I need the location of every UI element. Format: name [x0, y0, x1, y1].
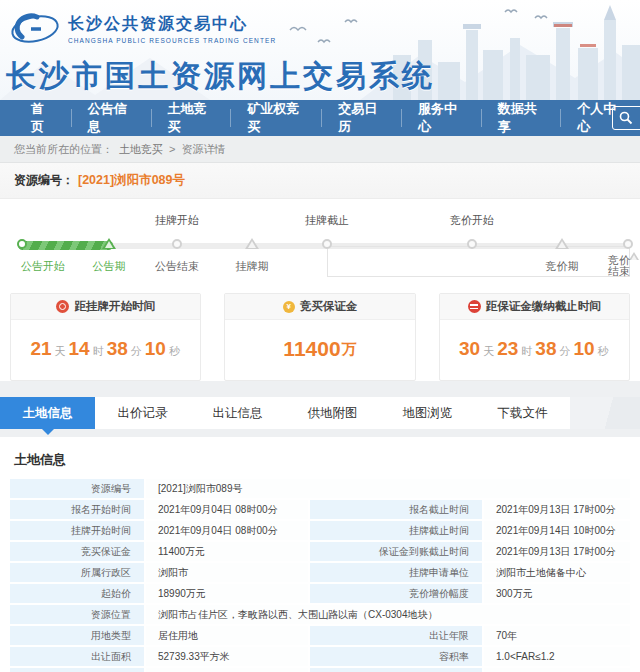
logo-swoosh-icon: [10, 12, 60, 46]
row-value: 浏阳市占佳片区，李畋路以西、大围山路以南（CX-0304地块）: [146, 605, 630, 624]
tab-land-info[interactable]: 土地信息: [0, 397, 95, 429]
breadcrumb-separator: >: [169, 143, 175, 155]
row-value: 11400万元: [146, 542, 308, 561]
tab-bid-records[interactable]: 出价记录: [95, 397, 190, 429]
deposit-value: 11400万: [225, 320, 414, 378]
table-row: 起始价 18990万元 竞价增价幅度 300万元: [10, 584, 630, 603]
row-label: 资源编号: [10, 479, 144, 498]
timeline-node-bidding-end: [623, 239, 633, 249]
tab-transfer-info[interactable]: 出让信息: [190, 397, 285, 429]
tab-strip-decoration: [570, 397, 640, 429]
timeline-node-listing-deadline: [322, 239, 332, 249]
row-label: 竞买保证金: [10, 542, 144, 561]
detail-tabs: 土地信息 出价记录 出让信息 供地附图 地图浏览 下载文件: [0, 397, 640, 429]
row-value: 52739.33平方米: [146, 647, 308, 666]
row-label: 挂牌截止时间: [310, 521, 482, 540]
tab-map-browse[interactable]: 地图浏览: [380, 397, 475, 429]
row-value: 2021年09月14日 10时00分: [484, 521, 630, 540]
breadcrumb: 您当前所在的位置： 土地竞买 > 资源详情: [0, 136, 640, 163]
timeline-marker-listing-period: [245, 238, 259, 249]
nav-item-mining-bidding[interactable]: 矿业权竞买: [230, 100, 321, 136]
row-value: 300万元: [484, 584, 630, 603]
table-row: 报名开始时间 2021年09月04日 08时00分 报名截止时间 2021年09…: [10, 500, 630, 519]
timeline-label-listing-period: 挂牌期: [236, 259, 269, 274]
countdown-to-listing-card: 距挂牌开始时间 21天14时38分10秒: [10, 293, 201, 381]
nav-item-service-center[interactable]: 服务中心: [401, 100, 481, 136]
seconds-unit: 秒: [596, 344, 611, 359]
nav-item-home[interactable]: 首页: [14, 100, 71, 136]
resource-number-label: 资源编号：: [14, 172, 74, 189]
timeline-label-listing-deadline: 挂牌截止: [305, 213, 349, 228]
resource-number-value: [2021]浏阳市089号: [78, 172, 185, 189]
timeline-label-bidding-end: 竞价结束: [604, 255, 634, 277]
days-unit: 天: [53, 344, 68, 359]
deposit-card: ¥ 竞买保证金 11400万: [224, 293, 415, 381]
row-value: 2021年09月04日 08时00分: [146, 521, 308, 540]
page-title: 长沙市国土资源网上交易系统: [6, 56, 435, 97]
minutes-value: 38: [106, 338, 129, 360]
row-value: 2021年09月13日 17时00分: [484, 500, 630, 519]
hours-value: 23: [496, 338, 519, 360]
row-value: [146, 668, 308, 672]
deposit-amount: 11400: [283, 337, 340, 361]
row-value: 浏阳市土地储备中心: [484, 563, 630, 582]
logo-text-block: 长沙公共资源交易中心 CHANGSHA PUBLIC RESOURCES TRA…: [68, 14, 276, 44]
deposit-deadline-card: 距保证金缴纳截止时间 30天23时38分10秒: [439, 293, 630, 381]
tab-download-files[interactable]: 下载文件: [475, 397, 570, 429]
row-value: [2021]浏阳市089号: [146, 479, 630, 498]
row-label: [310, 668, 482, 672]
timeline-node-announce-end: [172, 239, 182, 249]
row-value: 2021年09月04日 08时00分: [146, 500, 308, 519]
timeline-range-box: [327, 246, 630, 277]
seconds-value: 10: [144, 338, 167, 360]
auction-timeline: 挂牌开始 挂牌截止 竞价开始 公告开始 公告期 公告结束 挂牌期 竞价期 竞价结…: [0, 199, 640, 293]
timeline-label-announce-period: 公告期: [93, 259, 126, 274]
row-label: 容积率: [310, 647, 482, 666]
land-info-table: 资源编号 [2021]浏阳市089号 报名开始时间 2021年09月04日 08…: [10, 479, 630, 672]
row-value: 18990万元: [146, 584, 308, 603]
nav-item-trade-calendar[interactable]: 交易日历: [321, 100, 401, 136]
seconds-value: 10: [572, 338, 595, 360]
tab-land-supply-map[interactable]: 供地附图: [285, 397, 380, 429]
timeline-progress-bar: [18, 241, 113, 250]
site-header: 长沙公共资源交易中心 CHANGSHA PUBLIC RESOURCES TRA…: [0, 0, 640, 100]
days-value: 21: [29, 338, 52, 360]
coin-icon: ¥: [283, 301, 295, 313]
timeline-label-bidding-start: 竞价开始: [450, 213, 494, 228]
table-row: 资源编号 [2021]浏阳市089号: [10, 479, 630, 498]
hours-unit: 时: [91, 344, 106, 359]
days-unit: 天: [481, 344, 496, 359]
table-row: 出让面积 52739.33平方米 容积率 1.0<FAR≤1.2: [10, 647, 630, 666]
timeline-node-bidding-start: [467, 239, 477, 249]
card-title: 距保证金缴纳截止时间: [486, 299, 601, 314]
hours-value: 14: [68, 338, 91, 360]
breadcrumb-link-land-bidding[interactable]: 土地竞买: [119, 142, 163, 157]
row-label: 出让年限: [310, 626, 482, 645]
row-label: 报名开始时间: [10, 500, 144, 519]
row-value: [484, 668, 630, 672]
section-title: 土地信息: [14, 451, 640, 469]
countdown-value: 30天23时38分10秒: [440, 320, 629, 378]
days-value: 30: [458, 338, 481, 360]
nav-item-announcements[interactable]: 公告信息: [71, 100, 151, 136]
deposit-unit: 万: [342, 340, 357, 359]
countdown-value: 21天14时38分10秒: [11, 320, 200, 378]
table-row: 挂牌开始时间 2021年09月04日 08时00分 挂牌截止时间 2021年09…: [10, 521, 630, 540]
row-label: 挂牌申请单位: [310, 563, 482, 582]
row-value: 2021年09月13日 17时00分: [484, 542, 630, 561]
row-value: 居住用地: [146, 626, 308, 645]
row-label: 出让面积: [10, 647, 144, 666]
resource-number-bar: 资源编号： [2021]浏阳市089号: [0, 163, 640, 199]
row-label: [10, 668, 144, 672]
row-value: 1.0<FAR≤1.2: [484, 647, 630, 666]
timeline-label-bidding-period: 竞价期: [546, 259, 579, 274]
nav-item-land-bidding[interactable]: 土地竞买: [151, 100, 231, 136]
row-label: 报名截止时间: [310, 500, 482, 519]
row-label: 所属行政区: [10, 563, 144, 582]
breadcrumb-prefix: 您当前所在的位置：: [14, 142, 113, 157]
nav-item-data-sharing[interactable]: 数据共享: [481, 100, 561, 136]
table-row: 竞买保证金 11400万元 保证金到账截止时间 2021年09月13日 17时0…: [10, 542, 630, 561]
spacer: [0, 429, 640, 437]
search-button[interactable]: [612, 106, 640, 130]
table-row: 所属行政区 浏阳市 挂牌申请单位 浏阳市土地储备中心: [10, 563, 630, 582]
